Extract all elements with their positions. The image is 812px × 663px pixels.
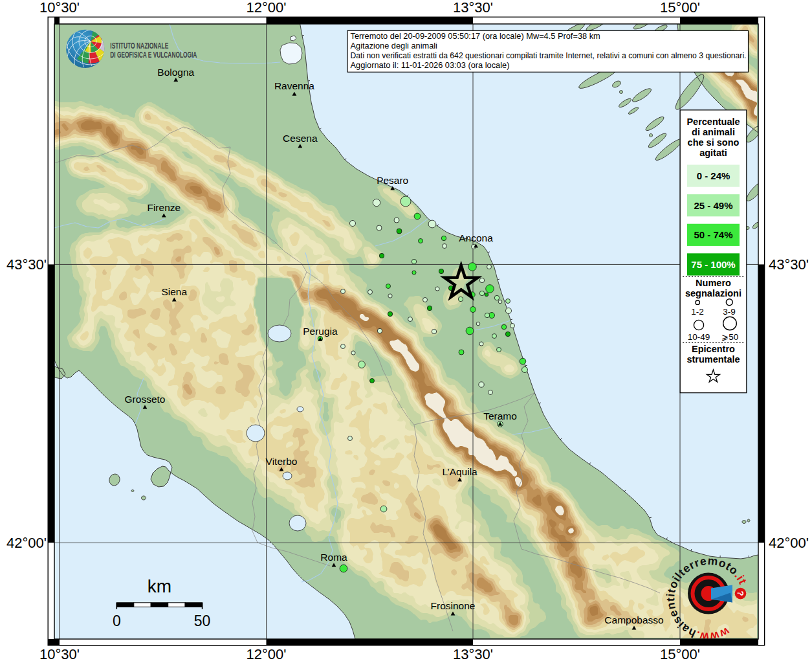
svg-text:segnalazioni: segnalazioni — [685, 288, 741, 298]
svg-text:⩾50: ⩾50 — [721, 332, 738, 342]
svg-text:10°30': 10°30' — [39, 0, 80, 16]
svg-text:Roma: Roma — [320, 552, 347, 563]
svg-text:?: ? — [736, 591, 745, 596]
svg-text:L’Aquila: L’Aquila — [442, 466, 477, 477]
svg-text:Pesaro: Pesaro — [377, 175, 408, 186]
svg-text:Frosinone: Frosinone — [431, 600, 476, 611]
svg-text:50: 50 — [194, 612, 211, 629]
svg-text:Dati non verificati estratti d: Dati non verificati estratti da 642 ques… — [351, 51, 747, 60]
svg-text:Numero: Numero — [696, 278, 731, 288]
svg-text:Epicentro: Epicentro — [692, 344, 735, 354]
svg-text:42°00': 42°00' — [769, 535, 809, 551]
svg-text:che si sono: che si sono — [688, 137, 740, 148]
svg-text:13°30': 13°30' — [453, 0, 493, 16]
svg-text:Bologna: Bologna — [157, 67, 194, 78]
svg-text:km: km — [148, 576, 171, 596]
svg-text:13°30': 13°30' — [453, 646, 493, 662]
svg-text:12°00': 12°00' — [247, 0, 287, 16]
svg-text:Siena: Siena — [161, 286, 187, 297]
svg-text:1-2: 1-2 — [691, 307, 704, 317]
svg-text:Firenze: Firenze — [147, 202, 181, 213]
svg-text:Terremoto del 20-09-2009 05:50: Terremoto del 20-09-2009 05:50:17 (ora l… — [351, 31, 600, 41]
svg-text:DI GEOFISICA E VULCANOLOGIA: DI GEOFISICA E VULCANOLOGIA — [110, 50, 197, 60]
svg-text:Ancona: Ancona — [459, 232, 493, 243]
svg-text:75 - 100%: 75 - 100% — [691, 259, 735, 270]
svg-text:12°00': 12°00' — [247, 646, 287, 662]
svg-text:43°30': 43°30' — [6, 256, 47, 273]
svg-text:Percentuale: Percentuale — [686, 117, 740, 127]
svg-text:10-49: 10-49 — [688, 332, 710, 342]
svg-text:43°30': 43°30' — [769, 256, 809, 273]
svg-text:ISTITUTO NAZIONALE: ISTITUTO NAZIONALE — [110, 41, 168, 51]
svg-text:42°00': 42°00' — [6, 535, 47, 551]
svg-text:25 - 49%: 25 - 49% — [694, 200, 732, 211]
svg-text:strumentale: strumentale — [686, 354, 740, 365]
svg-text:Aggiornato il: 11-01-2026 03:0: Aggiornato il: 11-01-2026 03:03 (ora loc… — [351, 60, 510, 70]
svg-text:Cesena: Cesena — [283, 133, 318, 144]
svg-text:0: 0 — [113, 612, 121, 629]
svg-text:15°00': 15°00' — [660, 0, 700, 16]
svg-text:agitati: agitati — [699, 148, 727, 158]
svg-text:Grosseto: Grosseto — [125, 394, 166, 405]
svg-text:di animali: di animali — [692, 127, 735, 137]
svg-text:3-9: 3-9 — [723, 307, 736, 317]
svg-text:50 - 74%: 50 - 74% — [694, 229, 732, 240]
svg-text:Ravenna: Ravenna — [274, 80, 314, 91]
svg-text:10°30': 10°30' — [39, 646, 80, 662]
svg-text:Viterbo: Viterbo — [266, 456, 298, 467]
svg-text:0 - 24%: 0 - 24% — [697, 170, 730, 181]
svg-text:Perugia: Perugia — [303, 326, 338, 337]
svg-text:Agitazione degli animali: Agitazione degli animali — [351, 41, 437, 51]
svg-text:Campobasso: Campobasso — [604, 614, 663, 625]
svg-text:15°00': 15°00' — [660, 646, 700, 662]
svg-text:Teramo: Teramo — [483, 410, 517, 421]
